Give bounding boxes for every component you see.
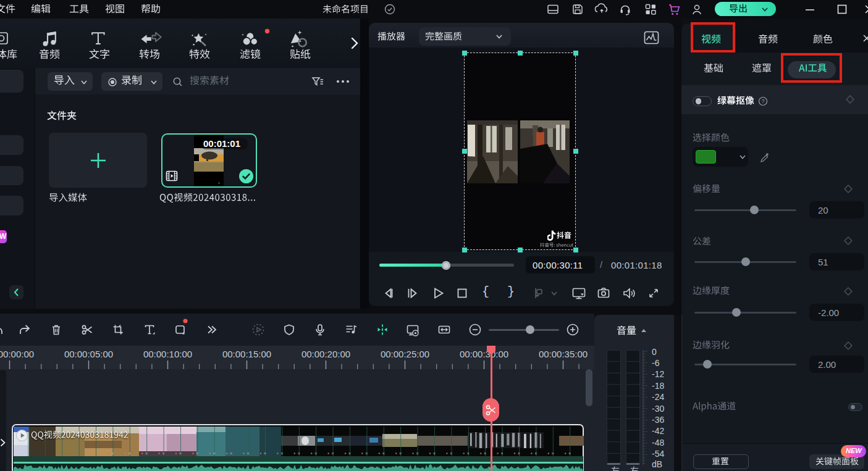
svg-text:?: ? [761,98,764,104]
